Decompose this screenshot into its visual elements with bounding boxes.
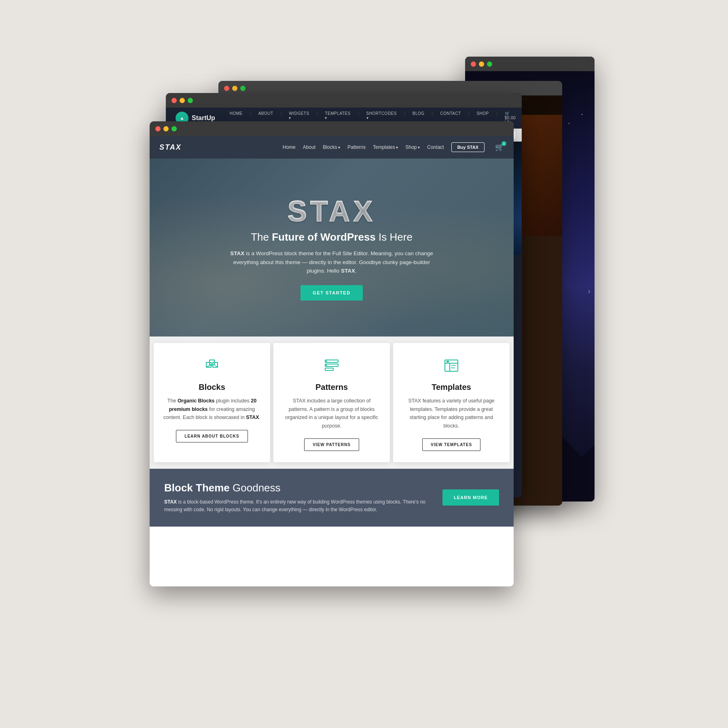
- stax-desc-brand-2: STAX: [341, 268, 355, 274]
- stax-feature-patterns: Patterns STAX includes a large collectio…: [273, 343, 390, 462]
- stax-goodness-section: Block Theme Goodness STAX is a block-bas…: [150, 469, 514, 527]
- maximize-dot[interactable]: [188, 98, 193, 103]
- startup-logo-text: StartUp: [192, 114, 215, 122]
- window-2-titlebar: [166, 93, 522, 108]
- blocks-icon: [201, 355, 222, 376]
- stax-goodness-text: Block Theme Goodness STAX is a block-bas…: [164, 482, 430, 514]
- stax-nav-templates[interactable]: Templates: [373, 144, 398, 150]
- blocks-learn-button[interactable]: LEARN ABOUT BLOCKS: [176, 430, 248, 442]
- stax-goodness-desc: STAX is a block-based WordPress theme. I…: [164, 498, 430, 514]
- templates-icon: [441, 355, 462, 376]
- stax-learn-more-button[interactable]: LEARN MORE: [442, 489, 499, 506]
- stax-buy-button[interactable]: Buy STAX: [451, 142, 485, 152]
- maximize-dot[interactable]: [171, 126, 177, 131]
- stax-nav-contact[interactable]: Contact: [427, 144, 444, 150]
- stax-goodness-title-bold: Block Theme: [164, 482, 230, 494]
- close-dot[interactable]: [224, 86, 229, 91]
- stax-goodness-title: Block Theme Goodness: [164, 482, 430, 494]
- stax-hero-subtitle: The Future of WordPress Is Here: [226, 231, 437, 243]
- svg-rect-8: [325, 368, 333, 370]
- close-dot[interactable]: [471, 61, 476, 67]
- stax-hero-content: STAX The Future of WordPress Is Here STA…: [210, 195, 453, 301]
- stax-hero: STAX The Future of WordPress Is Here STA…: [150, 159, 514, 336]
- stax-features-section: Blocks The Organic Blocks plugin include…: [150, 336, 514, 469]
- stax-feature-blocks: Blocks The Organic Blocks plugin include…: [154, 343, 270, 462]
- patterns-feature-title: Patterns: [282, 383, 381, 392]
- stax-nav-shop[interactable]: Shop: [405, 144, 420, 150]
- cart-badge: 0: [502, 141, 506, 146]
- stax-cart[interactable]: 🛒 0: [495, 143, 504, 152]
- patterns-feature-desc: STAX includes a large collection of patt…: [282, 397, 381, 430]
- stax-nav-about[interactable]: About: [303, 144, 315, 150]
- stack-container: › BLOCK ABOUT SHOP SHORTCODES WIDGETS TE…: [142, 40, 586, 688]
- maximize-dot[interactable]: [240, 86, 245, 91]
- svg-rect-14: [447, 361, 449, 362]
- scroll-arrow[interactable]: ›: [588, 286, 590, 296]
- svg-rect-15: [451, 365, 456, 366]
- window-1-stax: STAX Home About Blocks Patterns Template…: [150, 121, 514, 586]
- stax-nav-blocks[interactable]: Blocks: [323, 144, 340, 150]
- close-dot[interactable]: [171, 98, 177, 103]
- stax-logo: STAX: [159, 143, 182, 152]
- stax-nav-home[interactable]: Home: [283, 144, 296, 150]
- templates-feature-title: Templates: [402, 383, 501, 392]
- stax-hero-description: STAX is a WordPress block theme for the …: [226, 249, 437, 275]
- window-1-titlebar: [150, 121, 514, 136]
- window-1-content: STAX Home About Blocks Patterns Template…: [150, 136, 514, 586]
- blocks-feature-title: Blocks: [163, 383, 261, 392]
- stax-cta-button[interactable]: GET STARTED: [301, 285, 362, 301]
- minimize-dot[interactable]: [232, 86, 237, 91]
- stax-nav-patterns[interactable]: Patterns: [347, 144, 366, 150]
- stax-feature-templates: Templates STAX features a variety of use…: [393, 343, 510, 462]
- minimize-dot[interactable]: [163, 126, 169, 131]
- stax-navbar: STAX Home About Blocks Patterns Template…: [150, 136, 514, 159]
- templates-feature-desc: STAX features a variety of useful page t…: [402, 397, 501, 430]
- patterns-view-button[interactable]: VIEW PATTERNS: [304, 438, 359, 451]
- stax-desc-brand: STAX: [230, 250, 244, 256]
- minimize-dot[interactable]: [180, 98, 185, 103]
- stax-hero-title: STAX: [226, 195, 437, 228]
- blocks-desc-bold-3: STAX: [246, 415, 259, 420]
- minimize-dot[interactable]: [479, 61, 484, 67]
- stax-hero-subtitle-bold: Future of WordPress: [272, 231, 376, 243]
- maximize-dot[interactable]: [487, 61, 492, 67]
- stax-nav-items: Home About Blocks Patterns Templates Sho…: [283, 142, 504, 152]
- svg-rect-16: [451, 367, 455, 368]
- blocks-desc-bold-1: Organic Blocks: [178, 398, 215, 404]
- patterns-icon: [321, 355, 342, 376]
- stax-goodness-brand: STAX: [164, 499, 177, 505]
- templates-view-button[interactable]: VIEW TEMPLATES: [422, 438, 480, 451]
- blocks-feature-desc: The Organic Blocks plugin includes 20 pr…: [163, 397, 261, 422]
- window-4-titlebar: [465, 57, 595, 71]
- close-dot[interactable]: [155, 126, 161, 131]
